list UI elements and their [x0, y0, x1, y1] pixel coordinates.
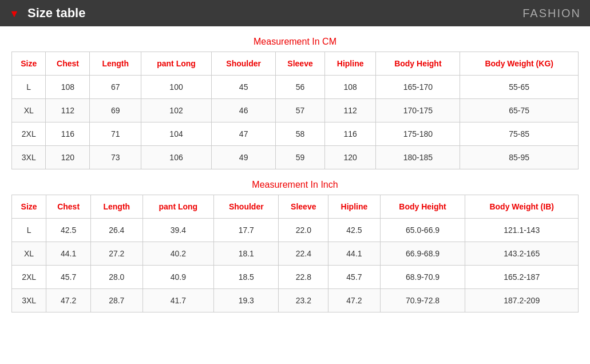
table-cell: 22.4 [279, 242, 328, 266]
table-cell: 59 [276, 146, 325, 169]
table-cell: 116 [46, 122, 90, 146]
table-cell: 2XL [12, 266, 46, 289]
table-cell: 46 [212, 99, 276, 122]
inch-table: Size Chest Length pant Long Shoulder Sle… [11, 195, 579, 312]
table-cell: XL [12, 242, 46, 266]
table-cell: 165-170 [376, 76, 460, 99]
table-cell: XL [12, 99, 46, 122]
header-bar: ▼ Size table FASHION [0, 0, 590, 26]
table-cell: 68.9-70.9 [380, 266, 465, 289]
table-cell: 44.1 [328, 242, 381, 266]
table-cell: 75-85 [460, 122, 579, 146]
brand-label: FASHION [522, 7, 581, 20]
table-cell: 3XL [12, 289, 46, 312]
table-cell: 170-175 [376, 99, 460, 122]
table-cell: 47.2 [46, 289, 91, 312]
table-cell: 22.8 [279, 266, 328, 289]
table-cell: 55-65 [460, 76, 579, 99]
table-cell: 65.0-66.9 [380, 219, 465, 242]
table-cell: 22.0 [279, 219, 328, 242]
triangle-icon: ▼ [9, 8, 19, 19]
table-cell: 180-185 [376, 146, 460, 169]
table-cell: 28.0 [91, 266, 142, 289]
table-cell: 85-95 [460, 146, 579, 169]
cm-col-sleeve: Sleeve [276, 52, 325, 76]
table-cell: 28.7 [91, 289, 142, 312]
inch-col-pant-long: pant Long [142, 195, 214, 219]
cm-col-body-height: Body Height [376, 52, 460, 76]
table-cell: 26.4 [91, 219, 142, 242]
inch-col-body-height: Body Height [380, 195, 465, 219]
table-cell: 69 [90, 99, 141, 122]
inch-col-size: Size [12, 195, 46, 219]
table-cell: 120 [46, 146, 90, 169]
cm-col-size: Size [12, 52, 46, 76]
table-cell: 106 [141, 146, 211, 169]
table-row: 2XL116711044758116175-18075-85 [12, 122, 579, 146]
table-cell: L [12, 76, 46, 99]
table-cell: 102 [141, 99, 211, 122]
table-cell: 108 [46, 76, 90, 99]
table-cell: 42.5 [328, 219, 381, 242]
header-title: Size table [27, 6, 85, 20]
table-cell: 45.7 [328, 266, 381, 289]
cm-section-title: Measurement In CM [0, 37, 590, 47]
table-row: 2XL45.728.040.918.522.845.768.9-70.9165.… [12, 266, 579, 289]
table-cell: 121.1-143 [465, 219, 579, 242]
cm-col-chest: Chest [46, 52, 90, 76]
table-cell: 44.1 [46, 242, 91, 266]
table-cell: L [12, 219, 46, 242]
table-cell: 104 [141, 122, 211, 146]
table-cell: 58 [276, 122, 325, 146]
table-cell: 143.2-165 [465, 242, 579, 266]
table-cell: 39.4 [142, 219, 214, 242]
cm-col-length: Length [90, 52, 141, 76]
inch-col-body-weight: Body Weight (IB) [465, 195, 579, 219]
cm-col-hipline: Hipline [324, 52, 375, 76]
table-cell: 42.5 [46, 219, 91, 242]
table-cell: 47.2 [328, 289, 381, 312]
header-title-group: ▼ Size table [9, 6, 85, 21]
table-cell: 71 [90, 122, 141, 146]
table-cell: 49 [212, 146, 276, 169]
table-cell: 57 [276, 99, 325, 122]
inch-table-header-row: Size Chest Length pant Long Shoulder Sle… [12, 195, 579, 219]
inch-col-sleeve: Sleeve [279, 195, 328, 219]
table-row: XL44.127.240.218.122.444.166.9-68.9143.2… [12, 242, 579, 266]
table-row: 3XL47.228.741.719.323.247.270.9-72.8187.… [12, 289, 579, 312]
cm-col-body-weight: Body Weight (KG) [460, 52, 579, 76]
table-cell: 70.9-72.8 [380, 289, 465, 312]
table-cell: 2XL [12, 122, 46, 146]
table-cell: 73 [90, 146, 141, 169]
cm-col-pant-long: pant Long [141, 52, 211, 76]
table-cell: 19.3 [214, 289, 279, 312]
table-cell: 66.9-68.9 [380, 242, 465, 266]
table-cell: 23.2 [279, 289, 328, 312]
table-cell: 18.1 [214, 242, 279, 266]
table-row: L108671004556108165-17055-65 [12, 76, 579, 99]
cm-table: Size Chest Length pant Long Shoulder Sle… [11, 52, 579, 169]
inch-col-chest: Chest [46, 195, 91, 219]
table-cell: 108 [324, 76, 375, 99]
cm-table-header-row: Size Chest Length pant Long Shoulder Sle… [12, 52, 579, 76]
table-cell: 56 [276, 76, 325, 99]
table-cell: 45.7 [46, 266, 91, 289]
inch-col-shoulder: Shoulder [214, 195, 279, 219]
table-cell: 112 [324, 99, 375, 122]
cm-col-shoulder: Shoulder [212, 52, 276, 76]
table-cell: 17.7 [214, 219, 279, 242]
inch-section-title: Measurement In Inch [0, 180, 590, 190]
table-cell: 112 [46, 99, 90, 122]
table-cell: 18.5 [214, 266, 279, 289]
table-cell: 40.9 [142, 266, 214, 289]
table-cell: 27.2 [91, 242, 142, 266]
table-cell: 175-180 [376, 122, 460, 146]
table-row: L42.526.439.417.722.042.565.0-66.9121.1-… [12, 219, 579, 242]
table-row: XL112691024657112170-17565-75 [12, 99, 579, 122]
table-cell: 40.2 [142, 242, 214, 266]
table-cell: 100 [141, 76, 211, 99]
table-cell: 3XL [12, 146, 46, 169]
inch-col-hipline: Hipline [328, 195, 381, 219]
table-cell: 45 [212, 76, 276, 99]
table-cell: 65-75 [460, 99, 579, 122]
